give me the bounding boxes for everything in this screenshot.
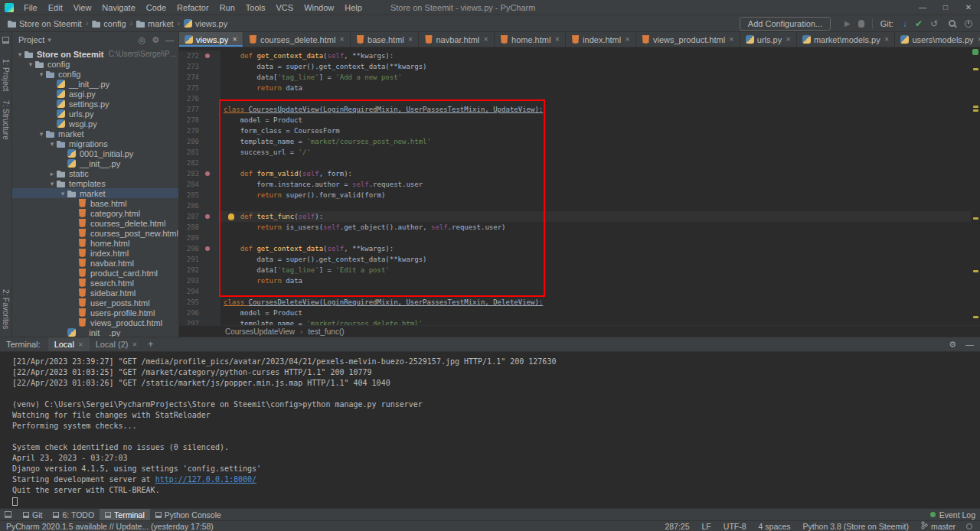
tree-item[interactable]: courses_post_new.html [12, 228, 178, 238]
tree-arrow-icon[interactable]: ▾ [15, 50, 24, 58]
tree-item[interactable]: sidebar.html [12, 288, 178, 298]
tree-arrow-icon[interactable]: ▾ [37, 130, 46, 138]
toolwindow-stripe-favorites[interactable]: 2: Favorites [2, 289, 10, 329]
close-icon[interactable]: ✕ [978, 36, 980, 43]
warning-stripe-mark[interactable] [973, 270, 978, 272]
tree-item[interactable]: ▾config [12, 59, 178, 69]
toolwindow-button-python-console[interactable]: Python Console [150, 509, 227, 520]
project-panel-title[interactable]: Project [18, 35, 44, 44]
code-line[interactable]: 280 template_name = 'market/courses_post… [179, 136, 971, 147]
override-marker-icon[interactable] [205, 54, 210, 58]
tree-item[interactable]: courses_delete.html [12, 218, 178, 228]
new-terminal-icon[interactable]: + [148, 339, 153, 350]
chevron-down-icon[interactable]: ▾ [47, 36, 51, 44]
tree-item[interactable]: __init__.py [12, 79, 178, 89]
tree-item[interactable]: ▾config [12, 69, 178, 79]
minimize-panel-icon[interactable]: — [965, 340, 974, 350]
terminal-tab[interactable]: Local✕ [48, 337, 90, 351]
run-icon[interactable]: ▶ [844, 19, 851, 28]
tree-item[interactable]: asgi.py [12, 89, 178, 99]
tree-item[interactable]: ▾market [12, 129, 178, 138]
close-icon[interactable]: ✕ [408, 36, 413, 43]
gear-icon[interactable]: ⚙ [152, 35, 159, 45]
menu-edit[interactable]: Edit [43, 3, 68, 12]
code-line[interactable]: 290 def get_context_data(self, **kwargs)… [179, 243, 971, 254]
menu-run[interactable]: Run [214, 3, 240, 12]
editor-tab[interactable]: courses_delete.html✕ [243, 32, 351, 47]
code-editor[interactable]: 272 def get_context_data(self, **kwargs)… [179, 47, 980, 325]
code-line[interactable]: 278 model = Product [179, 115, 971, 125]
code-line[interactable]: 281 success_url = '/' [179, 147, 971, 158]
menu-help[interactable]: Help [339, 3, 368, 12]
breadcrumb-item[interactable]: Store on Steemit [8, 19, 82, 28]
toolwindow-stripe-structure[interactable]: 7: Structure [2, 100, 10, 140]
git-update-icon[interactable]: ↓ [903, 19, 907, 28]
editor-tab[interactable]: home.html✕ [495, 32, 566, 47]
warning-stripe-mark[interactable] [973, 68, 978, 70]
code-line[interactable]: 277class CoursesUpdateView(LoginRequired… [179, 104, 971, 115]
status-indent[interactable]: 4 spaces [759, 522, 791, 531]
tree-item[interactable]: index.html [12, 248, 178, 258]
warning-stripe-mark[interactable] [973, 217, 978, 220]
tree-item[interactable]: category.html [12, 208, 178, 218]
history-icon[interactable] [965, 20, 972, 28]
toolwindow-button-6-todo[interactable]: 6: TODO [47, 509, 100, 520]
breadcrumb-item[interactable]: test_func() [308, 327, 344, 336]
menu-tools[interactable]: Tools [240, 3, 271, 12]
breadcrumb-item[interactable]: views.py [184, 19, 227, 28]
intention-bulb-icon[interactable] [228, 213, 234, 220]
code-line[interactable]: 296 model = Product [179, 308, 971, 318]
debug-icon[interactable] [858, 20, 864, 28]
breadcrumb-item[interactable]: market [136, 19, 174, 28]
tree-item[interactable]: ▾migrations [12, 138, 178, 148]
code-line[interactable]: 295class CoursesDeleteView(LoginRequired… [179, 297, 971, 308]
tree-item[interactable]: user_posts.html [12, 298, 178, 308]
tree-item[interactable]: 0001_initial.py [12, 148, 178, 158]
code-line[interactable]: 284 form.instance.author = self.request.… [179, 179, 971, 190]
toolwindow-switcher-icon[interactable] [5, 511, 11, 518]
tree-item[interactable]: settings.py [12, 99, 178, 109]
close-icon[interactable]: ✕ [625, 36, 630, 43]
tree-item[interactable]: ▾market [12, 188, 178, 198]
status-cursor-position[interactable]: 287:25 [665, 522, 689, 531]
toolwindow-button-terminal[interactable]: Terminal [100, 509, 150, 520]
notification-icon[interactable] [966, 523, 972, 529]
locate-icon[interactable]: ◎ [139, 35, 146, 45]
close-icon[interactable]: ✕ [884, 36, 890, 43]
editor-tab[interactable]: navbar.html✕ [419, 32, 495, 47]
tree-arrow-icon[interactable]: ▾ [37, 70, 46, 78]
tree-item[interactable]: users-profile.html [12, 308, 178, 318]
warning-stripe-mark[interactable] [973, 106, 978, 108]
tree-item[interactable]: search.html [12, 278, 178, 288]
gear-icon[interactable]: ⚙ [949, 340, 956, 350]
tree-item[interactable]: __init__.py [12, 158, 178, 168]
close-icon[interactable]: ✕ [957, 3, 980, 11]
warning-stripe-mark[interactable] [973, 316, 978, 318]
editor-tab[interactable]: views.py✕ [179, 32, 243, 47]
tree-arrow-icon[interactable]: ▾ [47, 140, 57, 148]
tree-item[interactable]: urls.py [12, 109, 178, 119]
toolwindow-stripe-project[interactable]: 1: Project [2, 59, 10, 91]
status-encoding[interactable]: UTF-8 [724, 522, 746, 531]
menu-file[interactable]: File [18, 3, 43, 12]
code-line[interactable]: 287 def test_func(self): [179, 211, 971, 222]
menu-code[interactable]: Code [141, 3, 172, 12]
editor-tab[interactable]: views_product.html✕ [636, 32, 740, 47]
terminal-tab[interactable]: Local (2)✕ [90, 337, 144, 351]
menu-view[interactable]: View [68, 3, 97, 12]
code-line[interactable]: 275 return data [179, 83, 971, 93]
code-line[interactable]: 294 [179, 286, 971, 297]
tree-item[interactable]: ▸static [12, 168, 178, 178]
code-line[interactable]: 283 def form_valid(self, form): [179, 168, 971, 179]
tree-item[interactable]: home.html [12, 238, 178, 248]
editor-tab[interactable]: users\models.py✕ [895, 32, 980, 47]
error-stripe[interactable] [971, 47, 980, 325]
close-icon[interactable]: ✕ [232, 36, 237, 43]
add-configuration-button[interactable]: Add Configuration... [740, 17, 831, 31]
close-icon[interactable]: ✕ [339, 36, 345, 43]
close-icon[interactable]: ✕ [132, 341, 137, 348]
tree-item[interactable]: __init__.py [12, 327, 178, 337]
tree-item[interactable]: wsgi.py [12, 119, 178, 129]
hide-panel-icon[interactable]: — [165, 35, 174, 44]
search-everywhere-icon[interactable] [949, 20, 956, 27]
